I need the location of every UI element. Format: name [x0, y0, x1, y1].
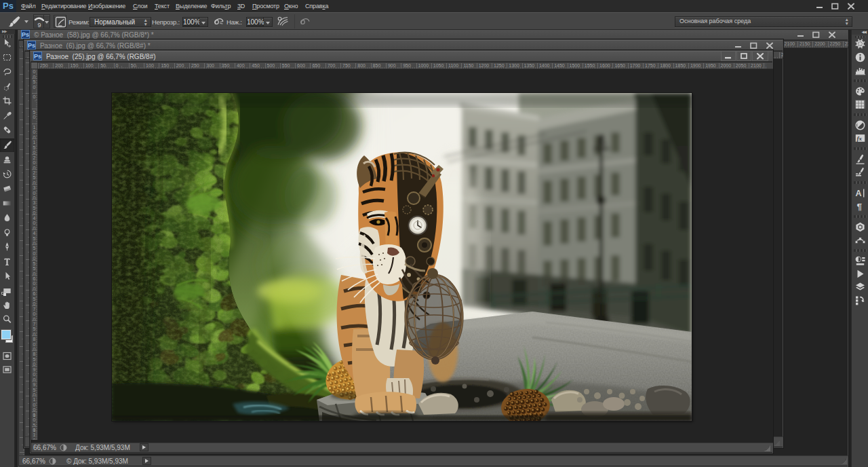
svg-text:A: A	[856, 189, 862, 198]
svg-text:9: 9	[38, 22, 41, 29]
svg-text:¶: ¶	[857, 202, 863, 212]
svg-text:fx: fx	[856, 135, 862, 142]
